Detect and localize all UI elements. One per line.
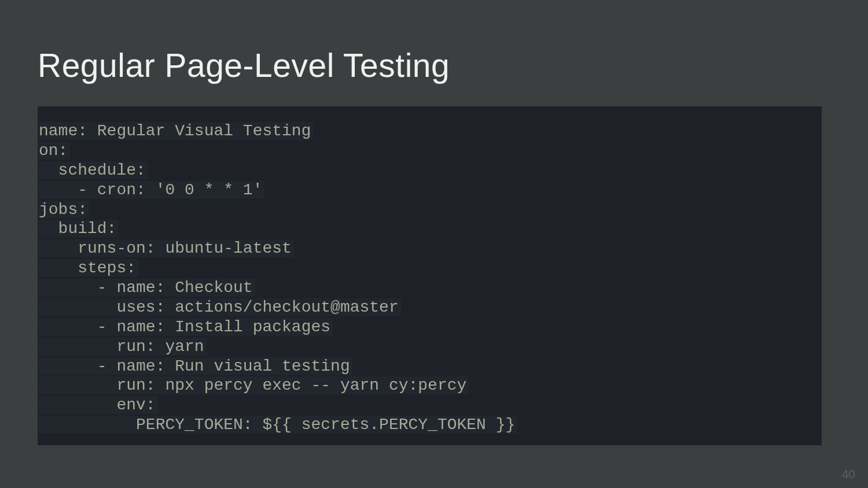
slide: Regular Page-Level Testing name: Regular… [0,0,868,488]
code-line: steps: [38,258,822,278]
code-block: name: Regular Visual Testing on: schedul… [38,106,822,445]
code-line: on: [38,141,822,161]
code-line: jobs: [38,200,822,220]
code-line: - name: Run visual testing [38,357,822,376]
slide-title: Regular Page-Level Testing [38,46,830,84]
code-line: schedule: [38,161,822,180]
code-line: run: npx percy exec -- yarn cy:percy [38,376,822,395]
code-line: uses: actions/checkout@master [38,298,822,317]
code-line: name: Regular Visual Testing [38,121,822,141]
code-line: run: yarn [38,337,822,357]
page-number: 40 [842,467,855,481]
code-line: runs-on: ubuntu-latest [38,239,822,258]
code-line: PERCY_TOKEN: ${{ secrets.PERCY_TOKEN }} [38,415,822,435]
code-line: - name: Checkout [38,278,822,298]
code-line: build: [38,219,822,239]
code-line: env: [38,395,822,415]
code-line: - name: Install packages [38,317,822,337]
code-line: - cron: '0 0 * * 1' [38,180,822,200]
